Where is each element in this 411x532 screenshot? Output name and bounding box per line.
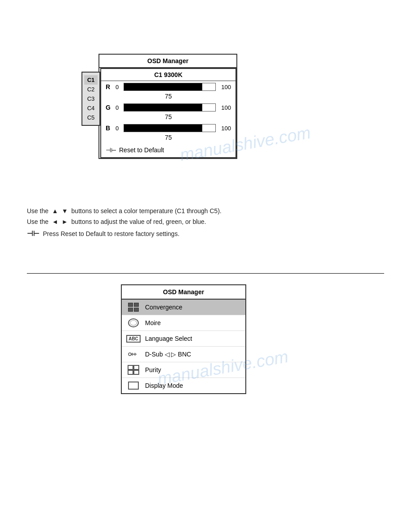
b-min: 0 [116, 125, 121, 132]
g-slider-row: G 0 100 [101, 102, 235, 113]
menu-item-convergence[interactable]: Convergence [122, 300, 245, 315]
desc-line2: Use the ◄ ► buttons to adjust the value … [27, 217, 385, 227]
moire-icon [127, 318, 140, 328]
convergence-icon [127, 302, 140, 312]
b-slider-row: B 0 100 [101, 122, 235, 134]
purity-icon [127, 365, 140, 375]
top-osd-section: OSD Manager C1 C2 C3 C4 C5 C1 9300K R 0 … [98, 54, 237, 159]
convergence-label: Convergence [145, 304, 182, 311]
reset-sym-icon: ⊣⊢ [27, 230, 39, 237]
dsub-icon [127, 349, 140, 359]
display-icon [127, 381, 140, 390]
r-slider-track[interactable] [124, 83, 216, 91]
desc-line3: ⊣⊢ Press Reset to Default to restore fac… [27, 227, 385, 240]
b-slider-thumb [202, 124, 215, 132]
c4-item[interactable]: C4 [84, 103, 98, 113]
svg-point-0 [128, 353, 131, 356]
dsub-label: D-Sub ◁ ▷ BNC [145, 351, 191, 358]
menu-item-display[interactable]: Display Mode [122, 378, 245, 393]
description-section: Use the ▲ ▼ buttons to select a color te… [27, 206, 385, 240]
moire-label: Moire [145, 319, 161, 326]
g-max: 100 [218, 104, 231, 111]
menu-item-purity[interactable]: Purity [122, 362, 245, 378]
r-slider-thumb [202, 83, 215, 90]
color-panel-title: C1 9300K [101, 69, 235, 81]
r-slider-row: R 0 100 [101, 81, 235, 93]
display-label: Display Mode [145, 382, 183, 389]
r-value: 75 [101, 93, 235, 102]
osd-menu-title: OSD Manager [122, 285, 245, 300]
reset-label[interactable]: Reset to Default [119, 146, 164, 154]
menu-item-dsub[interactable]: D-Sub ◁ ▷ BNC [122, 347, 245, 362]
svg-rect-7 [128, 370, 133, 374]
c3-item[interactable]: C3 [84, 94, 98, 103]
section-divider [27, 273, 384, 274]
desc-line1: Use the ▲ ▼ buttons to select a color te… [27, 206, 385, 217]
b-label: B [106, 124, 113, 132]
r-label: R [106, 83, 113, 90]
svg-rect-8 [134, 370, 139, 374]
g-min: 0 [116, 104, 121, 111]
g-slider-track[interactable] [124, 103, 216, 112]
osd-top-title: OSD Manager [99, 55, 236, 68]
c2-item[interactable]: C2 [84, 85, 98, 94]
c-panel: C1 C2 C3 C4 C5 [81, 72, 100, 126]
reset-icon: ⊣⊢ [106, 146, 116, 154]
c1-item[interactable]: C1 [84, 75, 98, 85]
arrow-updown-icon: ▲ ▼ [52, 207, 68, 215]
color-panel: C1 9300K R 0 100 75 G 0 100 75 [100, 68, 236, 158]
g-slider-thumb [202, 104, 215, 111]
g-value: 75 [101, 113, 235, 122]
menu-item-language[interactable]: ABC Language Select [122, 331, 245, 347]
osd-outer-panel: OSD Manager C1 C2 C3 C4 C5 C1 9300K R 0 … [98, 54, 237, 159]
c5-item[interactable]: C5 [84, 113, 98, 122]
b-max: 100 [218, 125, 231, 132]
arrow-leftright-icon: ◄ ► [52, 218, 68, 225]
abc-icon: ABC [127, 334, 140, 343]
b-slider-track[interactable] [124, 124, 216, 132]
r-max: 100 [218, 84, 231, 90]
language-label: Language Select [145, 335, 192, 342]
osd-menu-panel: OSD Manager Convergence Moire ABC Langua… [121, 284, 246, 394]
purity-label: Purity [145, 366, 161, 373]
r-min: 0 [116, 84, 121, 90]
svg-rect-6 [134, 365, 139, 369]
reset-row: ⊣⊢ Reset to Default [101, 143, 235, 157]
bottom-osd-section: OSD Manager Convergence Moire ABC Langua… [121, 284, 246, 394]
svg-rect-5 [128, 365, 133, 369]
menu-item-moire[interactable]: Moire [122, 315, 245, 331]
b-value: 75 [101, 134, 235, 143]
g-label: G [106, 104, 113, 111]
